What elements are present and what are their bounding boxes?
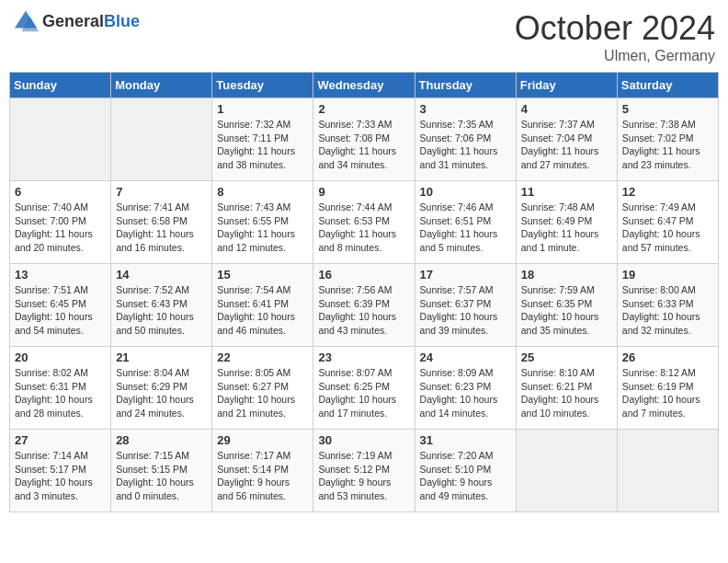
logo-general-text: General [42, 12, 104, 30]
calendar-week-row: 20Sunrise: 8:02 AM Sunset: 6:31 PM Dayli… [10, 347, 719, 430]
day-of-week-header: Thursday [415, 73, 516, 98]
day-info: Sunrise: 7:38 AM Sunset: 7:02 PM Dayligh… [622, 118, 713, 172]
day-number: 6 [15, 185, 106, 199]
calendar-day-cell: 22Sunrise: 8:05 AM Sunset: 6:27 PM Dayli… [212, 347, 313, 430]
day-of-week-header: Friday [516, 73, 617, 98]
calendar-day-cell: 9Sunrise: 7:44 AM Sunset: 6:53 PM Daylig… [313, 181, 415, 264]
calendar-day-cell: 17Sunrise: 7:57 AM Sunset: 6:37 PM Dayli… [415, 264, 516, 347]
calendar-day-cell: 2Sunrise: 7:33 AM Sunset: 7:08 PM Daylig… [313, 98, 415, 181]
day-info: Sunrise: 7:32 AM Sunset: 7:11 PM Dayligh… [217, 118, 308, 172]
day-info: Sunrise: 8:12 AM Sunset: 6:19 PM Dayligh… [622, 366, 713, 420]
day-number: 20 [15, 350, 106, 364]
calendar-day-cell: 30Sunrise: 7:19 AM Sunset: 5:12 PM Dayli… [313, 430, 415, 512]
day-number: 16 [318, 268, 409, 282]
day-info: Sunrise: 7:33 AM Sunset: 7:08 PM Dayligh… [318, 118, 409, 172]
calendar-day-cell: 23Sunrise: 8:07 AM Sunset: 6:25 PM Dayli… [313, 347, 415, 430]
day-info: Sunrise: 7:54 AM Sunset: 6:41 PM Dayligh… [217, 283, 308, 338]
header: GeneralBlue October 2024 Ulmen, Germany [9, 9, 719, 64]
logo-blue-text: Blue [104, 12, 140, 30]
day-number: 10 [420, 185, 511, 199]
calendar-day-cell: 19Sunrise: 8:00 AM Sunset: 6:33 PM Dayli… [617, 264, 718, 347]
day-info: Sunrise: 7:43 AM Sunset: 6:55 PM Dayligh… [217, 201, 308, 255]
day-info: Sunrise: 7:48 AM Sunset: 6:49 PM Dayligh… [521, 201, 612, 255]
day-info: Sunrise: 7:41 AM Sunset: 6:58 PM Dayligh… [116, 201, 207, 255]
day-number: 2 [318, 102, 409, 116]
calendar-day-cell: 28Sunrise: 7:15 AM Sunset: 5:15 PM Dayli… [111, 430, 212, 512]
day-info: Sunrise: 7:46 AM Sunset: 6:51 PM Dayligh… [420, 201, 511, 255]
day-of-week-header: Saturday [617, 73, 718, 98]
day-info: Sunrise: 8:00 AM Sunset: 6:33 PM Dayligh… [622, 283, 713, 338]
logo-icon [13, 9, 39, 35]
calendar-week-row: 27Sunrise: 7:14 AM Sunset: 5:17 PM Dayli… [10, 430, 719, 512]
day-number: 24 [420, 350, 511, 364]
calendar-day-cell: 16Sunrise: 7:56 AM Sunset: 6:39 PM Dayli… [313, 264, 415, 347]
day-number: 11 [521, 185, 612, 199]
day-info: Sunrise: 7:20 AM Sunset: 5:10 PM Dayligh… [420, 449, 511, 503]
day-number: 3 [420, 102, 511, 116]
day-number: 9 [318, 185, 409, 199]
day-number: 13 [15, 268, 106, 282]
day-info: Sunrise: 7:44 AM Sunset: 6:53 PM Dayligh… [318, 201, 409, 255]
calendar-week-row: 13Sunrise: 7:51 AM Sunset: 6:45 PM Dayli… [10, 264, 719, 347]
day-info: Sunrise: 7:19 AM Sunset: 5:12 PM Dayligh… [318, 449, 409, 503]
day-info: Sunrise: 7:49 AM Sunset: 6:47 PM Dayligh… [622, 201, 713, 255]
day-info: Sunrise: 8:09 AM Sunset: 6:23 PM Dayligh… [420, 366, 511, 420]
day-of-week-header: Monday [111, 73, 212, 98]
day-number: 12 [622, 185, 713, 199]
day-number: 22 [217, 350, 308, 364]
day-info: Sunrise: 7:40 AM Sunset: 7:00 PM Dayligh… [15, 201, 106, 255]
calendar-day-cell: 7Sunrise: 7:41 AM Sunset: 6:58 PM Daylig… [111, 181, 212, 264]
logo: GeneralBlue [13, 9, 140, 35]
day-number: 4 [521, 102, 612, 116]
day-number: 27 [15, 433, 106, 447]
day-number: 29 [217, 433, 308, 447]
location-title: Ulmen, Germany [515, 48, 715, 64]
day-info: Sunrise: 8:10 AM Sunset: 6:21 PM Dayligh… [521, 366, 612, 420]
day-info: Sunrise: 7:15 AM Sunset: 5:15 PM Dayligh… [116, 449, 207, 503]
day-info: Sunrise: 8:07 AM Sunset: 6:25 PM Dayligh… [318, 366, 409, 420]
day-number: 19 [622, 268, 713, 282]
day-of-week-header: Wednesday [313, 73, 415, 98]
title-area: October 2024 Ulmen, Germany [515, 9, 715, 64]
day-number: 7 [116, 185, 207, 199]
calendar-day-cell: 27Sunrise: 7:14 AM Sunset: 5:17 PM Dayli… [10, 430, 111, 512]
calendar-day-cell: 1Sunrise: 7:32 AM Sunset: 7:11 PM Daylig… [212, 98, 313, 181]
calendar-day-cell: 3Sunrise: 7:35 AM Sunset: 7:06 PM Daylig… [415, 98, 516, 181]
calendar-day-cell: 24Sunrise: 8:09 AM Sunset: 6:23 PM Dayli… [415, 347, 516, 430]
calendar-day-cell: 31Sunrise: 7:20 AM Sunset: 5:10 PM Dayli… [415, 430, 516, 512]
day-number: 28 [116, 433, 207, 447]
day-info: Sunrise: 7:52 AM Sunset: 6:43 PM Dayligh… [116, 283, 207, 338]
day-number: 26 [622, 350, 713, 364]
calendar-day-cell: 18Sunrise: 7:59 AM Sunset: 6:35 PM Dayli… [516, 264, 617, 347]
calendar-day-cell: 20Sunrise: 8:02 AM Sunset: 6:31 PM Dayli… [10, 347, 111, 430]
calendar-day-cell: 11Sunrise: 7:48 AM Sunset: 6:49 PM Dayli… [516, 181, 617, 264]
calendar-day-cell: 21Sunrise: 8:04 AM Sunset: 6:29 PM Dayli… [111, 347, 212, 430]
day-info: Sunrise: 8:04 AM Sunset: 6:29 PM Dayligh… [116, 366, 207, 420]
day-info: Sunrise: 8:05 AM Sunset: 6:27 PM Dayligh… [217, 366, 308, 420]
calendar-day-cell: 25Sunrise: 8:10 AM Sunset: 6:21 PM Dayli… [516, 347, 617, 430]
calendar-week-row: 6Sunrise: 7:40 AM Sunset: 7:00 PM Daylig… [10, 181, 719, 264]
day-info: Sunrise: 7:56 AM Sunset: 6:39 PM Dayligh… [318, 283, 409, 338]
calendar-day-cell: 10Sunrise: 7:46 AM Sunset: 6:51 PM Dayli… [415, 181, 516, 264]
calendar-day-cell [111, 98, 212, 181]
day-info: Sunrise: 7:14 AM Sunset: 5:17 PM Dayligh… [15, 449, 106, 503]
day-number: 17 [420, 268, 511, 282]
calendar-day-cell [516, 430, 617, 512]
day-info: Sunrise: 7:51 AM Sunset: 6:45 PM Dayligh… [15, 283, 106, 338]
calendar-day-cell [10, 98, 111, 181]
calendar-day-cell: 15Sunrise: 7:54 AM Sunset: 6:41 PM Dayli… [212, 264, 313, 347]
day-info: Sunrise: 7:59 AM Sunset: 6:35 PM Dayligh… [521, 283, 612, 338]
month-title: October 2024 [515, 9, 715, 48]
calendar-day-cell: 4Sunrise: 7:37 AM Sunset: 7:04 PM Daylig… [516, 98, 617, 181]
calendar-day-cell: 14Sunrise: 7:52 AM Sunset: 6:43 PM Dayli… [111, 264, 212, 347]
calendar-week-row: 1Sunrise: 7:32 AM Sunset: 7:11 PM Daylig… [10, 98, 719, 181]
calendar-day-cell: 5Sunrise: 7:38 AM Sunset: 7:02 PM Daylig… [617, 98, 718, 181]
calendar-header-row: SundayMondayTuesdayWednesdayThursdayFrid… [10, 73, 719, 98]
calendar-day-cell: 8Sunrise: 7:43 AM Sunset: 6:55 PM Daylig… [212, 181, 313, 264]
day-info: Sunrise: 8:02 AM Sunset: 6:31 PM Dayligh… [15, 366, 106, 420]
day-number: 14 [116, 268, 207, 282]
day-number: 25 [521, 350, 612, 364]
day-number: 18 [521, 268, 612, 282]
day-number: 8 [217, 185, 308, 199]
day-info: Sunrise: 7:37 AM Sunset: 7:04 PM Dayligh… [521, 118, 612, 172]
